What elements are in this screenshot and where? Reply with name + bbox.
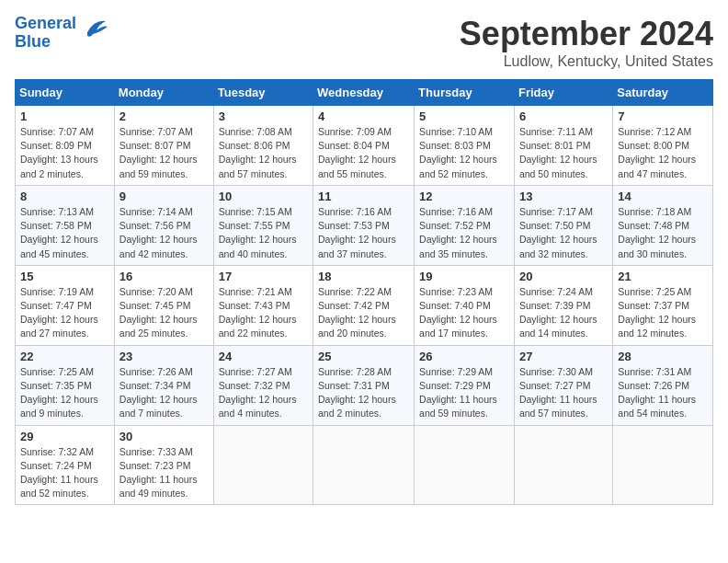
day-number: 18 xyxy=(318,270,409,283)
weekday-header: Monday xyxy=(114,80,213,106)
day-detail: Sunrise: 7:13 AMSunset: 7:58 PMDaylight:… xyxy=(20,205,109,261)
day-detail: Sunrise: 7:12 AMSunset: 8:00 PMDaylight:… xyxy=(618,125,708,181)
weekday-header: Saturday xyxy=(613,80,713,106)
day-number: 13 xyxy=(519,190,608,203)
day-detail: Sunrise: 7:28 AMSunset: 7:31 PMDaylight:… xyxy=(318,365,409,421)
weekday-header: Thursday xyxy=(415,80,515,106)
calendar-cell: 17Sunrise: 7:21 AMSunset: 7:43 PMDayligh… xyxy=(213,265,313,345)
calendar-cell: 3Sunrise: 7:08 AMSunset: 8:06 PMDaylight… xyxy=(213,106,313,186)
day-number: 5 xyxy=(419,109,509,123)
day-number: 15 xyxy=(20,270,109,283)
day-number: 20 xyxy=(519,270,608,283)
day-number: 10 xyxy=(219,190,308,203)
day-number: 21 xyxy=(618,270,708,283)
calendar-cell xyxy=(213,425,313,505)
day-number: 28 xyxy=(618,350,708,363)
calendar-cell xyxy=(613,425,713,505)
calendar-cell: 1Sunrise: 7:07 AMSunset: 8:09 PMDaylight… xyxy=(16,106,115,186)
day-number: 9 xyxy=(119,190,209,203)
calendar-week-row: 29Sunrise: 7:32 AMSunset: 7:24 PMDayligh… xyxy=(16,425,713,505)
day-detail: Sunrise: 7:15 AMSunset: 7:55 PMDaylight:… xyxy=(219,205,308,261)
calendar-cell: 2Sunrise: 7:07 AMSunset: 8:07 PMDaylight… xyxy=(114,106,213,186)
calendar-cell: 10Sunrise: 7:15 AMSunset: 7:55 PMDayligh… xyxy=(213,185,313,265)
day-number: 3 xyxy=(219,109,308,123)
calendar-week-row: 15Sunrise: 7:19 AMSunset: 7:47 PMDayligh… xyxy=(16,265,713,345)
day-number: 11 xyxy=(318,190,409,203)
day-number: 25 xyxy=(318,350,409,363)
day-detail: Sunrise: 7:26 AMSunset: 7:34 PMDaylight:… xyxy=(119,365,209,421)
day-number: 1 xyxy=(20,109,109,123)
calendar-week-row: 1Sunrise: 7:07 AMSunset: 8:09 PMDaylight… xyxy=(16,106,713,186)
calendar-cell: 18Sunrise: 7:22 AMSunset: 7:42 PMDayligh… xyxy=(313,265,415,345)
calendar-cell: 7Sunrise: 7:12 AMSunset: 8:00 PMDaylight… xyxy=(613,106,713,186)
calendar-cell: 6Sunrise: 7:11 AMSunset: 8:01 PMDaylight… xyxy=(514,106,612,186)
day-detail: Sunrise: 7:21 AMSunset: 7:43 PMDaylight:… xyxy=(219,285,308,341)
day-detail: Sunrise: 7:10 AMSunset: 8:03 PMDaylight:… xyxy=(419,125,509,181)
day-detail: Sunrise: 7:07 AMSunset: 8:07 PMDaylight:… xyxy=(119,125,209,181)
calendar-cell: 20Sunrise: 7:24 AMSunset: 7:39 PMDayligh… xyxy=(514,265,612,345)
day-detail: Sunrise: 7:33 AMSunset: 7:23 PMDaylight:… xyxy=(119,445,209,501)
day-number: 22 xyxy=(20,350,109,363)
calendar-cell: 21Sunrise: 7:25 AMSunset: 7:37 PMDayligh… xyxy=(613,265,713,345)
calendar-cell: 13Sunrise: 7:17 AMSunset: 7:50 PMDayligh… xyxy=(514,185,612,265)
day-detail: Sunrise: 7:18 AMSunset: 7:48 PMDaylight:… xyxy=(618,205,708,261)
day-detail: Sunrise: 7:24 AMSunset: 7:39 PMDaylight:… xyxy=(519,285,608,341)
day-detail: Sunrise: 7:07 AMSunset: 8:09 PMDaylight:… xyxy=(20,125,109,181)
day-detail: Sunrise: 7:31 AMSunset: 7:26 PMDaylight:… xyxy=(618,365,708,421)
location-label: Ludlow, Kentucky, United States xyxy=(460,53,713,70)
day-number: 12 xyxy=(419,190,509,203)
calendar-cell: 25Sunrise: 7:28 AMSunset: 7:31 PMDayligh… xyxy=(313,345,415,425)
day-detail: Sunrise: 7:20 AMSunset: 7:45 PMDaylight:… xyxy=(119,285,209,341)
day-number: 4 xyxy=(318,109,409,123)
day-number: 19 xyxy=(419,270,509,283)
calendar-cell: 27Sunrise: 7:30 AMSunset: 7:27 PMDayligh… xyxy=(514,345,612,425)
calendar-cell: 19Sunrise: 7:23 AMSunset: 7:40 PMDayligh… xyxy=(415,265,515,345)
day-number: 30 xyxy=(119,430,209,443)
weekday-header: Sunday xyxy=(16,80,115,106)
calendar-cell: 29Sunrise: 7:32 AMSunset: 7:24 PMDayligh… xyxy=(16,425,115,505)
day-number: 6 xyxy=(519,109,608,123)
day-detail: Sunrise: 7:25 AMSunset: 7:37 PMDaylight:… xyxy=(618,285,708,341)
day-number: 7 xyxy=(618,109,708,123)
calendar-cell: 4Sunrise: 7:09 AMSunset: 8:04 PMDaylight… xyxy=(313,106,415,186)
day-detail: Sunrise: 7:19 AMSunset: 7:47 PMDaylight:… xyxy=(20,285,109,341)
calendar-cell xyxy=(415,425,515,505)
day-detail: Sunrise: 7:14 AMSunset: 7:56 PMDaylight:… xyxy=(119,205,209,261)
month-title: September 2024 xyxy=(460,15,713,53)
calendar-cell: 9Sunrise: 7:14 AMSunset: 7:56 PMDaylight… xyxy=(114,185,213,265)
day-number: 2 xyxy=(119,109,209,123)
day-detail: Sunrise: 7:16 AMSunset: 7:53 PMDaylight:… xyxy=(318,205,409,261)
calendar-cell: 30Sunrise: 7:33 AMSunset: 7:23 PMDayligh… xyxy=(114,425,213,505)
calendar-cell: 26Sunrise: 7:29 AMSunset: 7:29 PMDayligh… xyxy=(415,345,515,425)
calendar-week-row: 8Sunrise: 7:13 AMSunset: 7:58 PMDaylight… xyxy=(16,185,713,265)
weekday-header: Wednesday xyxy=(313,80,415,106)
calendar-cell: 24Sunrise: 7:27 AMSunset: 7:32 PMDayligh… xyxy=(213,345,313,425)
calendar-cell: 5Sunrise: 7:10 AMSunset: 8:03 PMDaylight… xyxy=(415,106,515,186)
calendar-cell: 14Sunrise: 7:18 AMSunset: 7:48 PMDayligh… xyxy=(613,185,713,265)
day-number: 16 xyxy=(119,270,209,283)
day-number: 29 xyxy=(20,430,109,443)
day-detail: Sunrise: 7:32 AMSunset: 7:24 PMDaylight:… xyxy=(20,445,109,501)
day-number: 24 xyxy=(219,350,308,363)
day-detail: Sunrise: 7:25 AMSunset: 7:35 PMDaylight:… xyxy=(20,365,109,421)
calendar-cell: 22Sunrise: 7:25 AMSunset: 7:35 PMDayligh… xyxy=(16,345,115,425)
calendar-cell: 12Sunrise: 7:16 AMSunset: 7:52 PMDayligh… xyxy=(415,185,515,265)
day-detail: Sunrise: 7:11 AMSunset: 8:01 PMDaylight:… xyxy=(519,125,608,181)
calendar-cell: 23Sunrise: 7:26 AMSunset: 7:34 PMDayligh… xyxy=(114,345,213,425)
day-detail: Sunrise: 7:30 AMSunset: 7:27 PMDaylight:… xyxy=(519,365,608,421)
day-number: 8 xyxy=(20,190,109,203)
day-detail: Sunrise: 7:22 AMSunset: 7:42 PMDaylight:… xyxy=(318,285,409,341)
logo-bird-icon xyxy=(78,16,108,41)
day-detail: Sunrise: 7:16 AMSunset: 7:52 PMDaylight:… xyxy=(419,205,509,261)
calendar-cell: 16Sunrise: 7:20 AMSunset: 7:45 PMDayligh… xyxy=(114,265,213,345)
calendar-cell xyxy=(514,425,612,505)
weekday-header: Friday xyxy=(514,80,612,106)
calendar-cell: 8Sunrise: 7:13 AMSunset: 7:58 PMDaylight… xyxy=(16,185,115,265)
calendar-cell: 15Sunrise: 7:19 AMSunset: 7:47 PMDayligh… xyxy=(16,265,115,345)
day-detail: Sunrise: 7:27 AMSunset: 7:32 PMDaylight:… xyxy=(219,365,308,421)
logo: GeneralBlue xyxy=(15,15,108,52)
day-number: 26 xyxy=(419,350,509,363)
day-detail: Sunrise: 7:08 AMSunset: 8:06 PMDaylight:… xyxy=(219,125,308,181)
calendar-table: SundayMondayTuesdayWednesdayThursdayFrid… xyxy=(15,79,713,505)
day-number: 23 xyxy=(119,350,209,363)
